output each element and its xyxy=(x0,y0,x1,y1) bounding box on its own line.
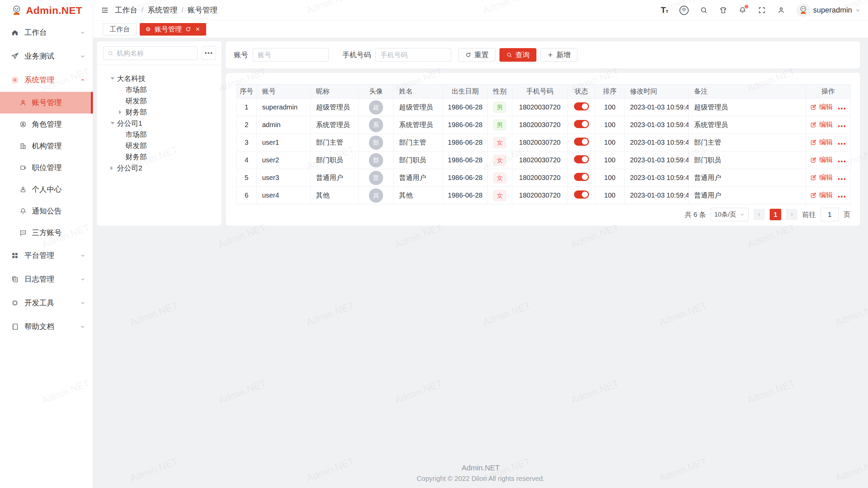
refresh-tab-icon[interactable] xyxy=(185,26,191,32)
gender-cell: 女 xyxy=(488,169,512,187)
app-logo[interactable]: Admin.NET xyxy=(0,0,93,21)
page-1-button[interactable]: 1 xyxy=(770,209,781,220)
edit-button[interactable]: 编辑 xyxy=(810,120,833,129)
tree-node[interactable]: 分公司1 xyxy=(97,118,221,129)
avatar: 系 xyxy=(369,118,383,132)
tree-node[interactable]: 分公司2 xyxy=(97,162,221,174)
edit-button[interactable]: 编辑 xyxy=(810,173,833,182)
sidebar-item-third-party-account[interactable]: 三方账号 xyxy=(0,222,93,244)
sidebar-item-workbench[interactable]: 工作台 xyxy=(0,21,93,44)
query-button[interactable]: 查询 xyxy=(499,48,536,62)
name-cell: 超级管理员 xyxy=(394,99,443,116)
sidebar-item-org-mgmt[interactable]: 机构管理 xyxy=(0,135,93,157)
goto-page-input[interactable] xyxy=(821,208,839,221)
status-toggle[interactable] xyxy=(574,155,589,163)
breadcrumb-account-mgmt[interactable]: 账号管理 xyxy=(188,5,217,15)
profile-button[interactable] xyxy=(777,6,785,14)
sidebar-item-business-test[interactable]: 业务测试 xyxy=(0,44,93,68)
account-filter-input[interactable] xyxy=(253,48,329,62)
grid-icon xyxy=(11,251,19,260)
tree-node[interactable]: 市场部 xyxy=(97,129,221,140)
next-page-button[interactable] xyxy=(786,209,797,220)
global-search-button[interactable] xyxy=(700,6,708,14)
status-toggle[interactable] xyxy=(574,102,589,110)
edit-label: 编辑 xyxy=(819,138,833,147)
seq-cell: 5 xyxy=(237,169,257,187)
watermark-text: Admin.NET xyxy=(305,300,356,328)
system-mgmt-submenu: 账号管理 角色管理 机构管理 职位管理 个人中心 通知公告 xyxy=(0,92,93,244)
tree-expand-icon[interactable] xyxy=(111,77,117,80)
sidebar-item-help-docs[interactable]: 帮助文档 xyxy=(0,315,93,339)
breadcrumb-workbench[interactable]: 工作台 xyxy=(115,5,137,15)
language-button[interactable]: 中 xyxy=(679,6,689,15)
watermark-text: Admin.NET xyxy=(129,300,179,328)
status-toggle[interactable] xyxy=(574,138,589,146)
collapse-sidebar-icon[interactable] xyxy=(101,6,109,14)
row-more-button[interactable]: ••• xyxy=(838,158,846,165)
sidebar-item-platform-mgmt[interactable]: 平台管理 xyxy=(0,244,93,267)
user-avatar xyxy=(796,3,810,17)
avatar-cell: 部 xyxy=(359,151,394,169)
phone-cell: 18020030720 xyxy=(512,169,568,187)
sidebar-item-profile-center[interactable]: 个人中心 xyxy=(0,179,93,200)
tree-node[interactable]: 财务部 xyxy=(97,151,221,162)
row-more-button[interactable]: ••• xyxy=(838,123,846,129)
user-menu[interactable]: superadmin xyxy=(796,3,861,17)
phone-filter-input[interactable] xyxy=(375,48,451,62)
edit-button[interactable]: 编辑 xyxy=(810,155,833,164)
seq-cell: 4 xyxy=(237,151,257,169)
row-more-button[interactable]: ••• xyxy=(838,140,846,147)
tree-collapse-icon[interactable] xyxy=(119,110,125,114)
close-tab-icon[interactable] xyxy=(195,26,201,32)
font-size-button[interactable]: Tт xyxy=(661,5,668,15)
sidebar-item-notice[interactable]: 通知公告 xyxy=(0,200,93,222)
status-toggle[interactable] xyxy=(574,190,589,199)
birthdate-cell: 1986-06-28 xyxy=(443,116,488,134)
tab-workbench[interactable]: 工作台 xyxy=(103,23,137,36)
edit-button[interactable]: 编辑 xyxy=(810,102,833,111)
name-cell: 普通用户 xyxy=(394,169,443,187)
row-more-button[interactable]: ••• xyxy=(838,105,846,112)
tab-account-mgmt[interactable]: 账号管理 xyxy=(140,23,206,36)
edit-label: 编辑 xyxy=(819,190,833,200)
goto-label: 前往 xyxy=(802,210,816,219)
breadcrumb-system-mgmt[interactable]: 系统管理 xyxy=(147,5,177,15)
prev-page-button[interactable] xyxy=(753,209,765,220)
page-size-select[interactable]: 10条/页 xyxy=(711,208,749,221)
edit-button[interactable]: 编辑 xyxy=(810,190,833,200)
tree-node[interactable]: 大名科技 xyxy=(97,73,221,84)
row-more-button[interactable]: ••• xyxy=(838,193,846,200)
watermark-text: Admin.NET xyxy=(217,222,268,250)
tree-node[interactable]: 研发部 xyxy=(97,140,221,151)
row-more-button[interactable]: ••• xyxy=(838,176,846,182)
org-search-input[interactable] xyxy=(117,49,193,57)
toggle-knob xyxy=(582,139,588,145)
sidebar-item-log-mgmt[interactable]: 日志管理 xyxy=(0,267,93,291)
tree-node[interactable]: 财务部 xyxy=(97,106,221,118)
tree-node[interactable]: 研发部 xyxy=(97,95,221,106)
tree-collapse-icon[interactable] xyxy=(111,166,117,170)
sort-cell: 100 xyxy=(595,134,625,151)
edit-button[interactable]: 编辑 xyxy=(810,138,833,147)
sidebar-item-system-mgmt[interactable]: 系统管理 xyxy=(0,68,93,92)
org-more-button[interactable]: ••• xyxy=(202,46,216,60)
sidebar-item-account-mgmt[interactable]: 账号管理 xyxy=(0,92,93,114)
status-toggle[interactable] xyxy=(574,120,589,128)
add-button[interactable]: 新增 xyxy=(540,48,577,62)
reset-button[interactable]: 重置 xyxy=(458,48,495,62)
status-cell xyxy=(568,99,595,116)
chevron-right-icon xyxy=(789,212,794,217)
notifications-button[interactable] xyxy=(738,6,747,14)
tree-expand-icon[interactable] xyxy=(111,122,117,124)
sidebar-item-role-mgmt[interactable]: 角色管理 xyxy=(0,114,93,135)
fullscreen-icon xyxy=(758,6,766,14)
name-cell: 其他 xyxy=(394,187,443,204)
status-toggle[interactable] xyxy=(574,173,589,181)
theme-button[interactable] xyxy=(719,6,727,14)
actions-cell: 编辑••• xyxy=(806,116,851,134)
tree-node[interactable]: 市场部 xyxy=(97,84,221,95)
sidebar-item-dev-tools[interactable]: 开发工具 xyxy=(0,291,93,315)
fullscreen-button[interactable] xyxy=(758,6,766,14)
sidebar-item-position-mgmt[interactable]: 职位管理 xyxy=(0,157,93,179)
remark-cell: 部门主管 xyxy=(689,134,806,151)
